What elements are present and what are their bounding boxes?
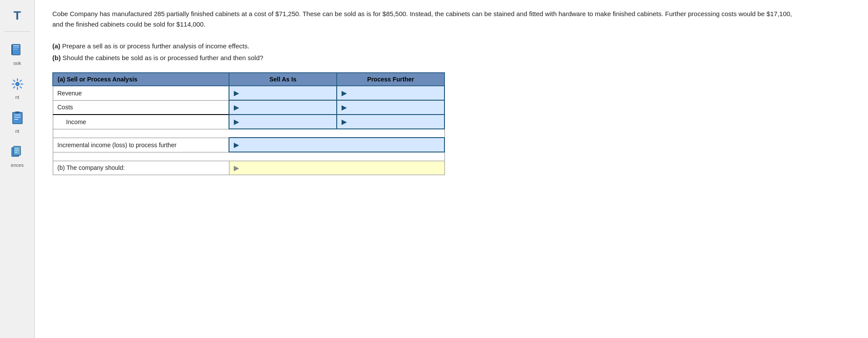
sell-process-table: (a) Sell or Process Analysis Sell As Is … (52, 72, 445, 175)
part-b-label: (b) The company should: (53, 161, 229, 175)
part-a-instruction: (a) Prepare a sell as is or process furt… (52, 40, 851, 52)
svg-rect-4 (11, 44, 13, 55)
revenue-sell-as-is-input[interactable] (241, 90, 332, 97)
svg-rect-3 (13, 49, 17, 50)
sidebar-divider (4, 31, 31, 32)
problem-text: Cobe Company has manufactured 285 partia… (52, 9, 794, 30)
svg-rect-15 (15, 152, 17, 153)
revenue-process-further-cell[interactable]: ▶ (337, 86, 444, 100)
spacer-row-2 (53, 152, 444, 161)
svg-rect-1 (13, 45, 19, 46)
main-content: Cobe Company has manufactured 285 partia… (35, 0, 868, 338)
costs-label: Costs (53, 100, 229, 115)
part-b-text: (b) The company should: (58, 164, 125, 171)
revenue-sell-as-is-arrow-container: ▶ (234, 89, 332, 97)
incremental-label: Incremental income (loss) to process fur… (53, 138, 229, 152)
costs-row: Costs ▶ ▶ (53, 100, 444, 115)
incremental-input-cell[interactable]: ▶ (229, 138, 444, 152)
sidebar-item-book[interactable]: ook (8, 41, 27, 66)
costs-text: Costs (58, 104, 73, 111)
svg-rect-10 (15, 112, 20, 113)
part-b-bold: (b) (52, 54, 61, 61)
revenue-process-arrow-container: ▶ (342, 89, 440, 97)
incremental-row: Incremental income (loss) to process fur… (53, 138, 444, 152)
income-process-further-cell[interactable]: ▶ (337, 115, 444, 129)
part-b-text: Should the cabinets be sold as is or pro… (62, 54, 263, 61)
table-header-row: (a) Sell or Process Analysis Sell As Is … (53, 73, 444, 86)
revenue-text: Revenue (58, 90, 82, 97)
incremental-arrow-container: ▶ (234, 141, 440, 149)
part-b-input[interactable] (241, 164, 440, 171)
spacer-cell-1 (53, 129, 444, 138)
table-header-col1: (a) Sell or Process Analysis (53, 73, 229, 86)
sidebar-item-assignments[interactable]: nt (8, 108, 27, 134)
sidebar: T ook nt (0, 0, 35, 338)
logo: T (14, 4, 21, 23)
income-sell-as-is-input[interactable] (241, 118, 332, 125)
svg-rect-9 (14, 119, 18, 120)
income-text: Income (66, 118, 86, 125)
assignment-icon[interactable] (8, 108, 27, 128)
costs-process-further-cell[interactable]: ▶ (337, 100, 444, 115)
instructions: (a) Prepare a sell as is or process furt… (52, 40, 851, 64)
costs-sell-arrow: ▶ (234, 103, 239, 112)
svg-rect-8 (14, 117, 21, 118)
part-b-row: (b) The company should: ▶ (53, 161, 444, 175)
table-header-col2: Sell As Is (229, 73, 337, 86)
revenue-process-arrow: ▶ (342, 89, 347, 97)
revenue-sell-arrow: ▶ (234, 89, 239, 97)
income-label: Income (53, 115, 229, 129)
spacer-row-1 (53, 129, 444, 138)
svg-rect-6 (13, 112, 22, 124)
part-b-input-cell[interactable]: ▶ (229, 161, 444, 175)
svg-point-5 (16, 82, 19, 86)
svg-rect-7 (14, 115, 21, 115)
revenue-sell-as-is-cell[interactable]: ▶ (229, 86, 337, 100)
references-icon[interactable] (8, 142, 27, 162)
book-icon[interactable] (8, 41, 27, 60)
income-sell-arrow: ▶ (234, 118, 239, 126)
part-b-arrow: ▶ (234, 164, 239, 172)
income-process-further-input[interactable] (349, 118, 440, 125)
sidebar-item-book-label: ook (14, 61, 21, 66)
income-row: Income ▶ ▶ (53, 115, 444, 129)
sidebar-item-settings[interactable]: nt (8, 74, 27, 100)
income-process-arrow: ▶ (342, 118, 347, 126)
incremental-input[interactable] (241, 142, 440, 149)
part-b-arrow-container: ▶ (234, 164, 440, 172)
svg-rect-14 (15, 150, 19, 151)
income-sell-as-is-cell[interactable]: ▶ (229, 115, 337, 129)
table-container: (a) Sell or Process Analysis Sell As Is … (52, 72, 445, 175)
costs-sell-arrow-container: ▶ (234, 103, 332, 112)
incremental-text: Incremental income (loss) to process fur… (58, 142, 177, 149)
revenue-process-further-input[interactable] (349, 90, 440, 97)
sidebar-item-assignments-label: nt (15, 128, 19, 134)
part-b-instruction: (b) Should the cabinets be sold as is or… (52, 52, 851, 64)
incremental-arrow: ▶ (234, 141, 239, 149)
income-sell-arrow-container: ▶ (234, 118, 332, 126)
costs-sell-as-is-cell[interactable]: ▶ (229, 100, 337, 115)
part-a-text: Prepare a sell as is or process further … (62, 42, 249, 50)
sidebar-item-references-label: ences (11, 162, 24, 168)
sidebar-item-references[interactable]: ences (8, 142, 27, 168)
gear-icon[interactable] (8, 74, 27, 94)
svg-rect-13 (15, 149, 19, 149)
costs-process-further-input[interactable] (349, 104, 440, 111)
costs-process-arrow-container: ▶ (342, 103, 440, 112)
svg-rect-2 (13, 47, 19, 48)
costs-sell-as-is-input[interactable] (241, 104, 332, 111)
revenue-label: Revenue (53, 86, 229, 100)
costs-process-arrow: ▶ (342, 103, 347, 112)
sidebar-item-settings-label: nt (15, 95, 19, 100)
revenue-row: Revenue ▶ ▶ (53, 86, 444, 100)
income-process-arrow-container: ▶ (342, 118, 440, 126)
part-a-bold: (a) (52, 42, 60, 50)
table-header-col3: Process Further (337, 73, 444, 86)
spacer-cell-2 (53, 152, 444, 161)
